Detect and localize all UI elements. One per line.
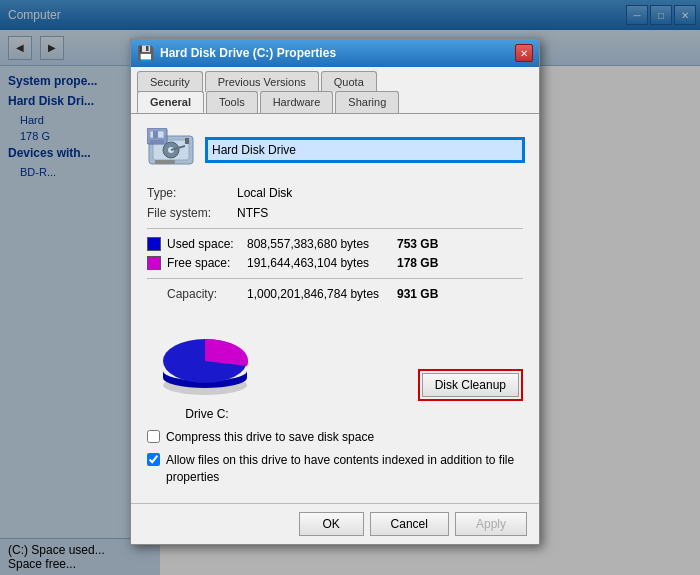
tab-hardware[interactable]: Hardware: [260, 91, 334, 113]
svg-rect-4: [155, 160, 175, 164]
used-color-box: [147, 237, 161, 251]
free-gb: 178 GB: [397, 256, 438, 270]
tab-previous-versions[interactable]: Previous Versions: [205, 71, 319, 92]
pie-chart: [147, 313, 267, 403]
capacity-row: Capacity: 1,000,201,846,784 bytes 931 GB: [147, 287, 523, 301]
disk-cleanup-wrapper: Disk Cleanup: [418, 369, 523, 401]
dialog-general-content: Type: Local Disk File system: NTFS Used …: [131, 114, 539, 503]
drive-icon: [147, 128, 195, 172]
index-checkbox[interactable]: [147, 453, 160, 466]
dialog-title-left: 💾 Hard Disk Drive (C:) Properties: [137, 45, 336, 61]
tab-general[interactable]: General: [137, 91, 204, 113]
divider1: [147, 228, 523, 229]
svg-rect-6: [185, 138, 189, 144]
index-label: Allow files on this drive to have conten…: [166, 452, 523, 486]
compress-label: Compress this drive to save disk space: [166, 429, 374, 446]
svg-rect-10: [150, 140, 164, 143]
drive-header: [147, 126, 523, 174]
compress-checkbox[interactable]: [147, 430, 160, 443]
svg-rect-9: [153, 131, 158, 138]
pie-area: Drive C: Disk Cleanup: [147, 313, 523, 421]
dialog-footer: OK Cancel Apply: [131, 503, 539, 544]
index-row: Allow files on this drive to have conten…: [147, 452, 523, 486]
free-bytes: 191,644,463,104 bytes: [247, 256, 397, 270]
type-label: Type:: [147, 186, 237, 200]
tab-security[interactable]: Security: [137, 71, 203, 92]
disk-cleanup-section: Disk Cleanup: [418, 369, 523, 421]
ok-button[interactable]: OK: [299, 512, 364, 536]
free-label: Free space:: [167, 256, 247, 270]
free-color-box: [147, 256, 161, 270]
drive-name-input[interactable]: [207, 139, 523, 161]
tab-sharing[interactable]: Sharing: [335, 91, 399, 113]
tab-quota[interactable]: Quota: [321, 71, 377, 92]
cancel-button[interactable]: Cancel: [370, 512, 449, 536]
used-bytes: 808,557,383,680 bytes: [247, 237, 397, 251]
dialog-close-btn[interactable]: ✕: [515, 44, 533, 62]
fs-label: File system:: [147, 206, 237, 220]
type-value: Local Disk: [237, 186, 292, 200]
fs-value: NTFS: [237, 206, 268, 220]
divider2: [147, 278, 523, 279]
drive-icon-container: [147, 126, 195, 174]
apply-button[interactable]: Apply: [455, 512, 527, 536]
type-row: Type: Local Disk: [147, 186, 523, 200]
compress-row: Compress this drive to save disk space: [147, 429, 523, 446]
dialog-title-text: Hard Disk Drive (C:) Properties: [160, 46, 336, 60]
free-space-row: Free space: 191,644,463,104 bytes 178 GB: [147, 256, 523, 270]
tabs-row2: General Tools Hardware Sharing: [131, 91, 539, 113]
dialog-titlebar: 💾 Hard Disk Drive (C:) Properties ✕: [131, 39, 539, 67]
disk-cleanup-btn[interactable]: Disk Cleanup: [422, 373, 519, 397]
cap-label: Capacity:: [167, 287, 247, 301]
properties-dialog: 💾 Hard Disk Drive (C:) Properties ✕ Secu…: [130, 38, 540, 545]
tabs-container: Security Previous Versions Quota General…: [131, 67, 539, 114]
fs-row: File system: NTFS: [147, 206, 523, 220]
dialog-hdd-icon: 💾: [137, 45, 154, 61]
used-space-row: Used space: 808,557,383,680 bytes 753 GB: [147, 237, 523, 251]
tab-tools[interactable]: Tools: [206, 91, 258, 113]
cap-bytes: 1,000,201,846,784 bytes: [247, 287, 397, 301]
pie-label: Drive C:: [185, 407, 228, 421]
used-label: Used space:: [167, 237, 247, 251]
cap-gb: 931 GB: [397, 287, 438, 301]
pie-section: Drive C:: [147, 313, 267, 421]
used-gb: 753 GB: [397, 237, 438, 251]
tabs-row1: Security Previous Versions Quota: [131, 67, 539, 92]
